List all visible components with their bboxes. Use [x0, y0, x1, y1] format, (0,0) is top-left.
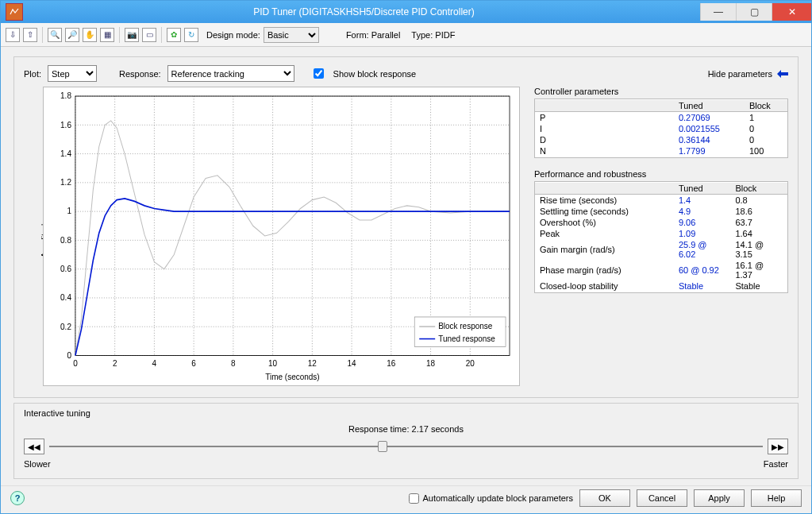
plot-controls-row: Plot: Step Response: Reference tracking … [24, 65, 788, 82]
footer: ? Automatically update block parameters … [1, 485, 811, 513]
pan-icon[interactable]: ✋ [83, 28, 97, 42]
plot-label: Plot: [24, 69, 41, 79]
minimize-button[interactable]: — [700, 3, 736, 21]
type-label: Type: PIDF [411, 30, 455, 40]
performance-table: TunedBlockRise time (seconds)1.40.8Settl… [534, 181, 788, 293]
svg-text:0.6: 0.6 [60, 264, 71, 274]
svg-text:1.8: 1.8 [60, 91, 71, 101]
zoom-out-icon[interactable]: 🔎 [65, 28, 79, 42]
svg-text:Time (seconds): Time (seconds) [265, 372, 319, 382]
plot-svg: 0246810121416182000.20.40.60.811.21.41.6… [44, 87, 519, 385]
controller-params-table: TunedBlockP0.270691I0.00215550D0.361440N… [534, 99, 788, 158]
slower-step-button[interactable]: ◀◀ [24, 439, 44, 454]
plot-area[interactable]: 0246810121416182000.20.40.60.811.21.41.6… [43, 87, 520, 386]
slower-label: Slower [24, 459, 51, 469]
side-panel: Controller parameters TunedBlockP0.27069… [534, 87, 788, 389]
design-mode-label: Design mode: [206, 30, 260, 40]
import-icon[interactable]: ⇩ [6, 28, 20, 42]
zoom-in-icon[interactable]: 🔍 [48, 28, 62, 42]
svg-text:0: 0 [73, 357, 78, 368]
svg-text:6: 6 [191, 357, 196, 368]
svg-text:18: 18 [426, 357, 435, 368]
app-icon [6, 3, 23, 21]
svg-text:0.4: 0.4 [60, 292, 71, 303]
main-panel: Plot: Step Response: Reference tracking … [13, 56, 799, 398]
svg-text:0.2: 0.2 [60, 321, 71, 331]
faster-step-button[interactable]: ▶▶ [768, 439, 788, 454]
svg-text:0.8: 0.8 [60, 234, 71, 245]
hide-parameters-text: Hide parameters [708, 69, 772, 79]
svg-text:16: 16 [387, 357, 395, 368]
split-area: Amplitude 0246810121416182000.20.40.60.8… [24, 87, 788, 389]
window-controls: — ▢ ✕ [700, 3, 811, 21]
export-icon[interactable]: ⇧ [23, 28, 37, 42]
design-mode-select[interactable]: Basic [264, 27, 319, 43]
scope-icon[interactable]: ▭ [142, 28, 156, 42]
table-row: Rise time (seconds)1.40.8 [535, 195, 787, 207]
help-icon[interactable]: ? [10, 491, 25, 505]
snapshot-icon[interactable]: 📷 [125, 28, 139, 42]
separator [161, 27, 162, 43]
maximize-button[interactable]: ▢ [736, 3, 772, 21]
show-block-response-label: Show block response [333, 69, 417, 79]
window-title: PID Tuner (DIGITASKHSH5/Discrete PID Con… [28, 6, 700, 17]
tuning-slider-row: ◀◀ ▶▶ [24, 439, 788, 454]
response-label: Response: [119, 69, 161, 79]
ok-button[interactable]: OK [579, 489, 630, 507]
help-button[interactable]: Help [751, 489, 802, 507]
svg-text:1: 1 [67, 206, 71, 216]
table-row: Gain margin (rad/s)25.9 @ 6.0214.1 @ 3.1… [535, 239, 787, 260]
response-time-label: Response time: 2.17 seconds [24, 424, 788, 434]
hide-parameters-link[interactable]: Hide parameters [708, 69, 788, 79]
svg-text:8: 8 [231, 357, 236, 368]
table-row: Peak1.091.64 [535, 228, 787, 239]
close-button[interactable]: ✕ [772, 3, 811, 21]
response-time-slider[interactable] [49, 446, 763, 447]
slider-thumb[interactable] [378, 441, 387, 452]
separator [119, 27, 120, 43]
table-row: P0.270691 [535, 112, 787, 124]
table-row: D0.361440 [535, 134, 787, 145]
title-bar: PID Tuner (DIGITASKHSH5/Discrete PID Con… [1, 1, 811, 23]
svg-text:1.2: 1.2 [60, 177, 71, 187]
svg-text:Block response: Block response [438, 321, 492, 331]
gear-icon[interactable]: ✿ [167, 28, 181, 42]
svg-text:2: 2 [113, 357, 117, 368]
svg-rect-43 [75, 96, 510, 355]
arrow-left-icon [777, 70, 788, 78]
table-row: Closed-loop stabilityStableStable [535, 280, 787, 292]
svg-text:1.6: 1.6 [60, 119, 71, 129]
separator [42, 27, 43, 43]
performance-group: Performance and robustness TunedBlockRis… [534, 169, 788, 293]
svg-text:1.4: 1.4 [60, 148, 71, 158]
auto-update-text: Automatically update block parameters [422, 493, 573, 503]
table-row: I0.00215550 [535, 123, 787, 134]
apply-button[interactable]: Apply [694, 489, 745, 507]
svg-text:0: 0 [67, 350, 71, 360]
performance-title: Performance and robustness [534, 169, 788, 179]
data-cursor-icon[interactable]: ▦ [100, 28, 114, 42]
auto-update-checkbox[interactable] [409, 493, 419, 504]
svg-text:12: 12 [308, 357, 317, 368]
table-row: Phase margin (rad/s)60 @ 0.9216.1 @ 1.37 [535, 260, 787, 280]
interactive-tuning-panel: Interactive tuning Response time: 2.17 s… [13, 403, 799, 479]
auto-update-checkbox-label[interactable]: Automatically update block parameters [409, 493, 573, 504]
table-row: Overshoot (%)9.0663.7 [535, 217, 787, 228]
plot-select[interactable]: Step [48, 65, 97, 82]
cancel-button[interactable]: Cancel [637, 489, 687, 507]
tuning-title: Interactive tuning [24, 408, 788, 418]
app-window: PID Tuner (DIGITASKHSH5/Discrete PID Con… [0, 0, 812, 514]
response-select[interactable]: Reference tracking [167, 65, 294, 82]
table-row: N1.7799100 [535, 145, 787, 157]
svg-text:14: 14 [348, 357, 356, 368]
form-label: Form: Parallel [346, 30, 400, 40]
controller-params-group: Controller parameters TunedBlockP0.27069… [534, 87, 788, 158]
controller-params-title: Controller parameters [534, 87, 788, 96]
svg-text:20: 20 [466, 357, 475, 368]
show-block-response-checkbox[interactable] [314, 68, 324, 79]
refresh-icon[interactable]: ↻ [184, 28, 198, 42]
faster-label: Faster [764, 459, 788, 469]
table-row: Settling time (seconds)4.918.6 [535, 206, 787, 217]
svg-text:10: 10 [268, 357, 277, 368]
slider-labels: Slower Faster [24, 459, 788, 469]
